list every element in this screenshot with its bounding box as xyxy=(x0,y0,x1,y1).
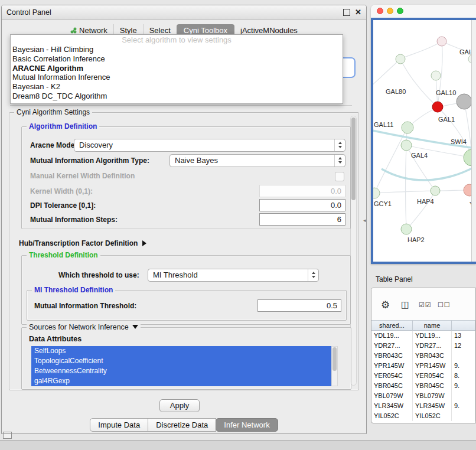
mi-type-label: Mutual Information Algorithm Type: xyxy=(30,154,149,167)
attributes-scrollbar[interactable] xyxy=(331,346,338,386)
node-gal4[interactable] xyxy=(401,140,412,151)
column-header-name[interactable]: name xyxy=(413,320,452,331)
mi-type-value: Naive Bayes xyxy=(175,156,218,165)
node-label-swi4: SWI4 xyxy=(451,138,467,145)
apply-button[interactable]: Apply xyxy=(159,399,200,412)
mi-threshold-label: Mutual Information Threshold: xyxy=(34,299,136,312)
which-threshold-label: Which threshold to use: xyxy=(58,269,139,282)
cell: 9. xyxy=(452,381,475,391)
tab-impute-data[interactable]: Impute Data xyxy=(90,418,148,432)
cell: YLR345W xyxy=(371,401,413,411)
expanded-arrow-icon xyxy=(132,325,138,329)
column-header-shared[interactable]: shared... xyxy=(371,320,413,331)
minimize-traffic-light[interactable] xyxy=(387,8,393,14)
column-header-extra[interactable] xyxy=(452,320,475,331)
network-window-titlebar[interactable] xyxy=(371,5,476,18)
tab-cyni-toolbox-label: Cyni Toolbox xyxy=(184,26,227,35)
cell: YBR045C xyxy=(413,381,452,391)
cell: 9. xyxy=(452,361,475,371)
combo-stepper-icon xyxy=(334,155,345,167)
manual-kernel-checkbox[interactable] xyxy=(335,172,344,181)
dropdown-item-bayesian-k2[interactable]: Bayesian - K2 xyxy=(11,82,343,92)
which-threshold-select[interactable]: MI Threshold xyxy=(148,269,319,282)
mi-threshold-input[interactable]: 0.5 xyxy=(257,299,341,312)
table-row[interactable]: YBR045CYBR045C9. xyxy=(371,381,475,391)
close-icon[interactable]: ✕ xyxy=(355,5,361,19)
hub-definition-toggle[interactable]: Hub/Transcription Factor Definition xyxy=(19,237,146,250)
tab-infer-network[interactable]: Infer Network xyxy=(216,418,278,432)
mi-steps-input[interactable]: 6 xyxy=(259,213,345,226)
table-row[interactable]: YPR145WYPR145W9. xyxy=(371,361,475,371)
combo-stepper-icon xyxy=(308,269,318,281)
data-attributes-list: SelfLoops TopologicalCoefficient Between… xyxy=(31,346,331,386)
control-panel-window: Control Panel ✕ Network Style Select Cyn… xyxy=(1,5,367,434)
float-window-icon[interactable] xyxy=(343,9,350,16)
node-gal11[interactable] xyxy=(402,122,413,133)
dropdown-item-basic-correlation[interactable]: Basic Correlation Inference xyxy=(11,54,343,64)
table-row[interactable]: YLR345WYLR345W9. xyxy=(371,401,475,411)
aracne-mode-select[interactable]: Discovery xyxy=(74,139,345,152)
network-canvas[interactable]: GAL80 GAL10 GAL11 GAL1 SWI4 GAL4 GCY1 HA… xyxy=(373,20,476,262)
mi-type-select[interactable]: Naive Bayes xyxy=(169,154,345,167)
columns-icon[interactable]: ◫ xyxy=(401,299,409,310)
table-row[interactable]: YBL079WYBL079W xyxy=(371,391,475,401)
tab-discretize-data[interactable]: Discretize Data xyxy=(148,418,216,432)
attribute-item-gal4rgexp[interactable]: gal4RGexp xyxy=(31,376,331,386)
settings-scrollbar-thumb[interactable] xyxy=(351,118,356,200)
cell: YER054C xyxy=(413,371,452,381)
network-scrollbar[interactable] xyxy=(471,20,476,262)
cell: YBR043C xyxy=(371,351,413,361)
cell: 9. xyxy=(452,401,475,411)
dropdown-item-aracne[interactable]: ARACNE Algorithm xyxy=(11,64,343,73)
table-row[interactable]: YDR27...YDR27...12 xyxy=(371,341,475,351)
cell: YDL19... xyxy=(371,331,413,341)
attribute-item-selfloops[interactable]: SelfLoops xyxy=(31,346,331,356)
node-label-hap2: HAP2 xyxy=(407,236,425,243)
zoom-traffic-light[interactable] xyxy=(397,8,403,14)
table-row[interactable]: YER054CYER054C8. xyxy=(371,371,475,381)
panel-splitter-handle[interactable]: ◂ xyxy=(363,216,368,224)
close-traffic-light[interactable] xyxy=(377,8,383,14)
table-row[interactable]: YDL19...YDL19...13 xyxy=(371,331,475,341)
threshold-definition-group: Threshold Definition Which threshold to … xyxy=(21,255,351,325)
deselect-all-icon[interactable]: ☐☐ xyxy=(438,301,451,309)
node-pale-green[interactable] xyxy=(396,54,405,64)
algorithm-definition-group: Algorithm Definition Aracne Mode: Discov… xyxy=(21,126,351,229)
node-hap2[interactable] xyxy=(401,224,412,234)
cell: YDR27... xyxy=(413,341,452,351)
tab-select-label: Select xyxy=(149,26,171,35)
dropdown-item-dream8[interactable]: Dream8 DC_TDC Algorithm xyxy=(11,92,343,101)
dpi-tolerance-input[interactable]: 0.0 xyxy=(259,199,345,211)
node-pale-green[interactable] xyxy=(431,71,441,80)
node-gal10-red[interactable] xyxy=(432,102,443,112)
cyni-algorithm-settings-group: Cyni Algorithm Settings Algorithm Defini… xyxy=(9,112,359,390)
node-hap4[interactable] xyxy=(431,186,440,195)
sources-group-title[interactable]: Sources for Network Inference xyxy=(27,323,141,331)
node-gray-hub[interactable] xyxy=(457,94,472,109)
dropdown-item-bayesian-hill-climbing[interactable]: Bayesian - Hill Climbing xyxy=(11,45,343,54)
cell: 12 xyxy=(452,341,475,351)
cell: YPR145W xyxy=(413,361,452,371)
window-title: Control Panel xyxy=(6,5,51,19)
table-row[interactable]: YBR043CYBR043C xyxy=(371,351,475,361)
attribute-item-betweennesscentrality[interactable]: BetweennessCentrality xyxy=(31,366,331,376)
table-panel-title: Table Panel xyxy=(376,275,413,283)
data-attributes-label: Data Attributes xyxy=(29,332,81,345)
mi-steps-label: Mutual Information Steps: xyxy=(30,213,118,226)
attributes-scrollbar-thumb[interactable] xyxy=(332,347,337,371)
node-label-gal10: GAL10 xyxy=(436,89,456,96)
control-panel-titlebar[interactable]: Control Panel ✕ xyxy=(2,5,366,20)
select-all-icon[interactable]: ☑☑ xyxy=(419,301,432,309)
node-label-hap4: HAP4 xyxy=(417,198,434,205)
minimized-panel-icon[interactable] xyxy=(3,432,12,439)
attribute-item-topologicalcoefficient[interactable]: TopologicalCoefficient xyxy=(31,356,331,366)
node-label-gal1: GAL1 xyxy=(438,116,455,123)
node-label-gal11: GAL11 xyxy=(374,121,393,128)
node-gcy1[interactable] xyxy=(373,188,380,198)
gear-icon[interactable]: ⚙ xyxy=(381,299,390,311)
bottom-tab-bar: Impute Data Discretize Data Infer Networ… xyxy=(2,418,366,432)
dropdown-item-mutual-information[interactable]: Mutual Information Inference xyxy=(11,73,343,82)
kernel-width-input[interactable]: 0.0 xyxy=(259,185,345,197)
node-pale-pink[interactable] xyxy=(437,37,446,46)
table-row[interactable]: YIL052CYIL052C xyxy=(371,411,475,421)
